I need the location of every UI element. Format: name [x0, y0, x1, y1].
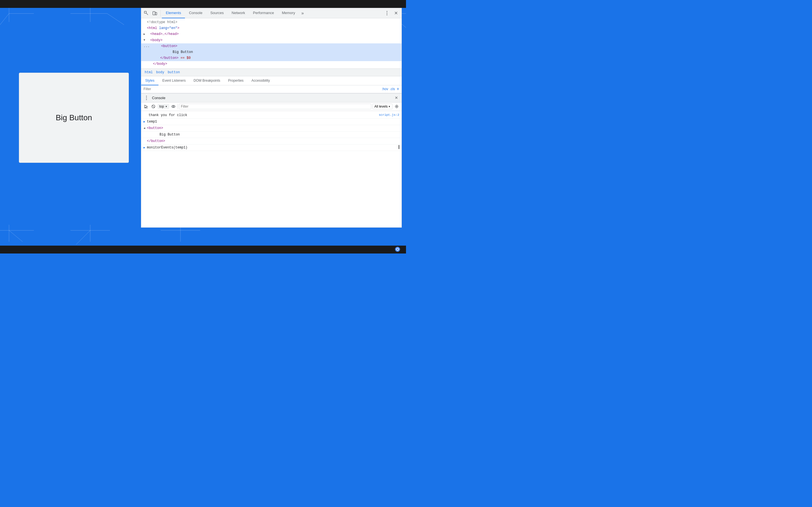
tab-network[interactable]: Network [228, 8, 249, 18]
body-close-indent [144, 61, 153, 67]
html-html-line[interactable]: <html lang= "en" > [141, 25, 402, 31]
arrow-down[interactable]: ▼ [144, 38, 147, 43]
body-close-tag: </body> [153, 61, 167, 67]
breadcrumb-bar: html body button [141, 68, 402, 76]
levels-value: All levels [374, 105, 388, 108]
svg-rect-20 [145, 11, 146, 13]
styles-tab-event-listeners[interactable]: Event Listeners [158, 76, 190, 86]
html-button-close-line[interactable]: </button> == $0 [141, 55, 402, 61]
console-filter-input[interactable] [179, 104, 371, 109]
devtools-right-actions: ✕ [383, 9, 400, 17]
styles-tab-accessibility[interactable]: Accessibility [248, 76, 274, 86]
console-result-line: ◀ <button> [141, 125, 402, 131]
inspect-element-button[interactable] [142, 9, 150, 17]
svg-rect-19 [144, 11, 146, 13]
html-head-line[interactable]: ▶ <head>…</head> [141, 31, 402, 37]
button-text-content: Big Button [172, 50, 193, 55]
console-drawer-title: Console [152, 96, 165, 100]
svg-line-10 [9, 230, 22, 242]
device-toggle-button[interactable] [151, 9, 159, 17]
html-body-close-line[interactable]: </body> [141, 61, 402, 67]
html-body-line[interactable]: ▼ <body> [141, 38, 402, 43]
svg-point-27 [172, 105, 175, 108]
expand-text-1: temp1 [147, 119, 399, 124]
console-close-button[interactable]: ✕ [394, 95, 399, 101]
text-indent [144, 50, 172, 55]
toolbar-divider [177, 104, 178, 109]
svg-point-32 [397, 248, 398, 250]
console-output: thank you for click script.js:2 ▶ temp1 … [141, 111, 402, 166]
console-input-line[interactable]: ▶ monitorEvents(temp1) [141, 145, 402, 151]
html-doctype-line: <!doctype html> [141, 19, 402, 25]
tab-elements[interactable]: Elements [162, 8, 185, 18]
head-tag: <head>…</head> [150, 32, 179, 37]
html-button-open-line[interactable]: ... <button> [141, 43, 402, 49]
three-dots-icon [387, 11, 388, 15]
watch-button[interactable] [170, 103, 176, 110]
log-source-1[interactable]: script.js:2 [378, 113, 399, 117]
html-tag-open: <html [147, 25, 159, 31]
input-arrow: ▶ [144, 146, 145, 150]
console-result-text-line: Big Button [141, 131, 402, 138]
chrome-logo [395, 246, 400, 252]
body-tag: <body> [150, 38, 162, 43]
tab-sources[interactable]: Sources [206, 8, 228, 18]
breadcrumb-button[interactable]: button [167, 70, 181, 74]
result-content: <button> [147, 126, 163, 131]
html-attr-lang: lang= [159, 25, 169, 31]
tab-performance[interactable]: Performance [249, 8, 278, 18]
big-button-label: Big Button [56, 113, 92, 122]
arrow-right[interactable]: ▶ [144, 32, 147, 37]
svg-point-29 [396, 106, 397, 107]
execute-button[interactable] [143, 103, 149, 110]
expand-arrow-1[interactable]: ▶ [144, 120, 145, 124]
levels-dropdown-icon: ▼ [388, 105, 391, 108]
html-button-text-line: Big Button [141, 49, 402, 55]
add-style-button[interactable]: + [397, 87, 399, 91]
more-tabs-button[interactable]: » [299, 8, 306, 18]
result-button-close: </button> [147, 138, 165, 144]
cls-button[interactable]: .cls [390, 87, 395, 91]
svg-line-26 [152, 105, 154, 108]
breadcrumb-body[interactable]: body [155, 70, 165, 74]
toolbar-separator [160, 10, 161, 17]
console-settings-button[interactable] [394, 103, 400, 110]
stop-button[interactable] [150, 103, 156, 110]
big-button[interactable]: Big Button [19, 73, 129, 163]
styles-tab-properties[interactable]: Properties [224, 76, 248, 86]
styles-subtabs: Styles Event Listeners DOM Breakpoints P… [141, 76, 402, 86]
customize-devtools-button[interactable] [383, 9, 391, 17]
context-selector[interactable]: top ▼ [158, 104, 169, 109]
chrome-bottom-bar [0, 245, 406, 253]
tab-console[interactable]: Console [185, 8, 206, 18]
console-expand-line-1[interactable]: ▶ temp1 [141, 119, 402, 125]
html-tag-close: > [177, 25, 179, 31]
cursor [399, 145, 399, 149]
close-devtools-button[interactable]: ✕ [392, 9, 400, 17]
tab-memory[interactable]: Memory [278, 8, 299, 18]
console-menu-button[interactable] [144, 95, 149, 101]
dollar-zero: == $0 [179, 55, 191, 61]
close-indent [144, 55, 160, 61]
console-log-line-1: thank you for click script.js:2 [141, 112, 402, 119]
hov-button[interactable]: :hov [382, 87, 388, 91]
svg-rect-21 [153, 11, 155, 15]
styles-filter-input[interactable] [144, 87, 382, 91]
devtools-toolbar: Elements Console Sources Network Perform… [141, 8, 402, 18]
console-result-close-line: </button> [141, 138, 402, 145]
input-text: monitorEvents(temp1) [147, 145, 398, 150]
html-tree: <!doctype html> <html lang= "en" > ▶ <he… [141, 18, 402, 68]
console-toolbar: top ▼ All levels ▼ [141, 103, 402, 111]
styles-tab-dom-breakpoints[interactable]: DOM Breakpoints [190, 76, 224, 86]
filter-bar: :hov .cls + [141, 86, 402, 93]
svg-point-28 [173, 106, 174, 107]
levels-selector[interactable]: All levels ▼ [372, 104, 393, 109]
log-text-1: thank you for click [149, 113, 378, 118]
breadcrumb-html[interactable]: html [144, 70, 154, 74]
console-drawer-header: Console ✕ [141, 94, 402, 103]
context-value: top [159, 105, 164, 108]
styles-tab-styles[interactable]: Styles [141, 76, 158, 86]
result-button-text: Big Button [151, 132, 399, 137]
svg-marker-23 [145, 105, 147, 108]
result-button-open: <button> [147, 126, 163, 130]
